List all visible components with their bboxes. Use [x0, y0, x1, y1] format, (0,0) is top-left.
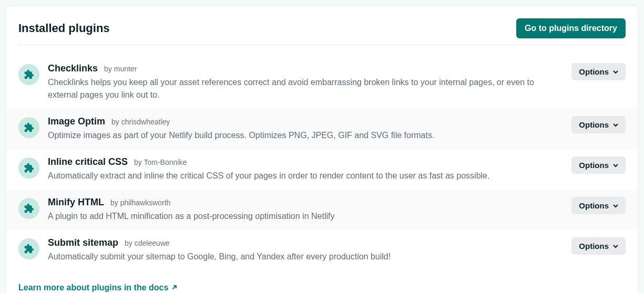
options-label: Options: [579, 120, 609, 129]
plugin-author: by cdeleeuwe: [125, 239, 170, 247]
options-label: Options: [579, 201, 609, 210]
plugin-row: Inline critical CSS by Tom-Bonnike Autom…: [18, 149, 626, 190]
plugin-author: by philhawksworth: [110, 198, 170, 207]
plugin-row: Checklinks by munter Checklinks helps yo…: [18, 56, 626, 109]
chevron-down-icon: [613, 242, 618, 250]
options-button[interactable]: Options: [571, 237, 626, 255]
page-title: Installed plugins: [18, 22, 110, 35]
plugin-info: Checklinks by munter Checklinks helps yo…: [48, 63, 563, 101]
external-link-icon: [171, 283, 178, 292]
plugin-actions: Options: [571, 237, 626, 255]
plugin-info: Inline critical CSS by Tom-Bonnike Autom…: [48, 156, 563, 182]
options-button[interactable]: Options: [571, 197, 626, 214]
plugin-row: Submit sitemap by cdeleeuwe Automaticall…: [18, 230, 626, 270]
plugin-info: Image Optim by chrisdwheatley Optimize i…: [48, 116, 563, 142]
plugin-title-row: Image Optim by chrisdwheatley: [48, 116, 563, 127]
plugin-actions: Options: [571, 63, 626, 80]
plugin-author: by Tom-Bonnike: [134, 158, 187, 166]
chevron-down-icon: [613, 201, 618, 210]
plugin-row: Image Optim by chrisdwheatley Optimize i…: [6, 109, 638, 149]
options-label: Options: [579, 67, 609, 76]
plugin-description: Checklinks helps you keep all your asset…: [48, 76, 537, 101]
plugin-info: Minify HTML by philhawksworth A plugin t…: [48, 197, 563, 223]
puzzle-piece-icon: [18, 117, 39, 138]
puzzle-piece-icon: [18, 64, 39, 85]
chevron-down-icon: [613, 161, 618, 170]
plugin-actions: Options: [571, 116, 626, 133]
plugin-title-row: Checklinks by munter: [48, 63, 563, 74]
plugin-info: Submit sitemap by cdeleeuwe Automaticall…: [48, 237, 563, 263]
plugin-name: Minify HTML: [48, 197, 104, 208]
options-button[interactable]: Options: [571, 156, 626, 174]
options-button[interactable]: Options: [571, 63, 626, 80]
plugin-title-row: Inline critical CSS by Tom-Bonnike: [48, 156, 563, 168]
options-button[interactable]: Options: [571, 116, 626, 133]
plugin-description: Optimize images as part of your Netlify …: [48, 129, 537, 142]
options-label: Options: [579, 161, 609, 170]
plugin-row: Minify HTML by philhawksworth A plugin t…: [6, 190, 638, 230]
chevron-down-icon: [613, 120, 618, 129]
puzzle-piece-icon: [18, 198, 39, 219]
plugin-description: A plugin to add HTML minification as a p…: [48, 210, 537, 223]
plugin-description: Automatically submit your sitemap to Goo…: [48, 250, 537, 263]
chevron-down-icon: [613, 67, 618, 76]
go-to-plugins-directory-button[interactable]: Go to plugins directory: [516, 18, 626, 38]
installed-plugins-card: Installed plugins Go to plugins director…: [5, 5, 639, 293]
plugin-actions: Options: [571, 156, 626, 174]
plugin-author: by munter: [104, 65, 137, 73]
plugin-actions: Options: [571, 197, 626, 214]
learn-more-link[interactable]: Learn more about plugins in the docs: [18, 283, 178, 292]
plugin-description: Automatically extract and inline the cri…: [48, 170, 537, 182]
puzzle-piece-icon: [18, 238, 39, 259]
plugin-title-row: Submit sitemap by cdeleeuwe: [48, 237, 563, 248]
plugin-name: Submit sitemap: [48, 237, 118, 248]
options-label: Options: [579, 242, 609, 250]
plugin-name: Image Optim: [48, 116, 105, 127]
learn-more-text: Learn more about plugins in the docs: [18, 283, 168, 292]
plugin-list: Checklinks by munter Checklinks helps yo…: [18, 56, 626, 270]
plugin-author: by chrisdwheatley: [111, 118, 170, 126]
plugin-name: Checklinks: [48, 63, 98, 74]
card-footer: Learn more about plugins in the docs: [18, 283, 626, 292]
puzzle-piece-icon: [18, 158, 39, 179]
card-header: Installed plugins Go to plugins director…: [18, 18, 626, 45]
plugin-name: Inline critical CSS: [48, 156, 128, 168]
plugin-title-row: Minify HTML by philhawksworth: [48, 197, 563, 208]
